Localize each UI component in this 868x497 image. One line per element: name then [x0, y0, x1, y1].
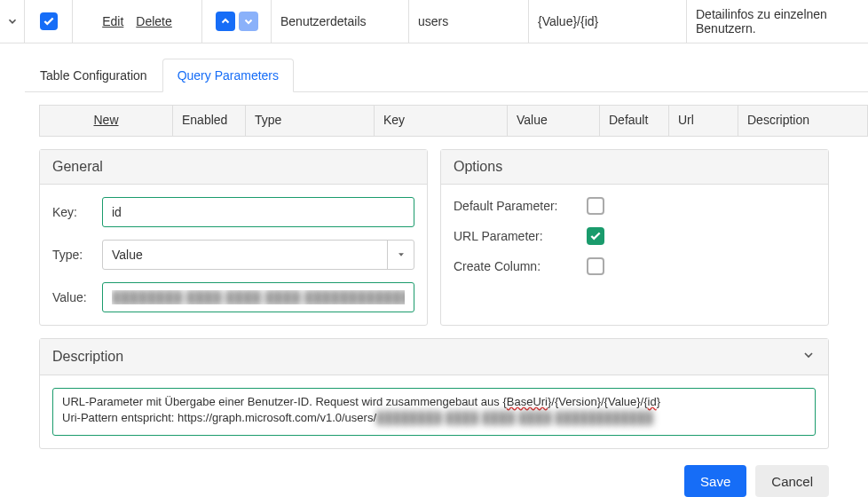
description-panel-body: URL-Parameter mit Übergabe einer Benutze… — [40, 375, 828, 448]
row-users: users — [418, 14, 448, 28]
save-button[interactable]: Save — [684, 465, 746, 497]
create-column-checkbox[interactable] — [587, 257, 604, 275]
caret-down-icon — [387, 241, 414, 269]
create-column-row: Create Column: — [454, 257, 816, 275]
options-panel-header: Options — [441, 150, 828, 185]
row-checkbox-cell — [25, 0, 73, 43]
row-title-cell: Benutzerdetails — [272, 0, 409, 43]
general-panel: General Key: Type: Value Value: — [39, 149, 428, 326]
create-column-label: Create Column: — [454, 259, 587, 273]
th-url: Url — [669, 106, 738, 136]
description-panel-header[interactable]: Description — [40, 339, 828, 375]
general-panel-header: General — [40, 150, 427, 185]
expand-toggle[interactable] — [0, 0, 25, 43]
row-title: Benutzerdetails — [280, 14, 367, 28]
row-pattern-cell: {Value}/{id} — [529, 0, 687, 43]
key-row: Key: — [52, 197, 414, 227]
row-pattern: {Value}/{id} — [538, 14, 598, 28]
edit-link[interactable]: Edit — [102, 14, 123, 28]
th-enabled: Enabled — [173, 106, 246, 136]
tabs: Table Configuration Query Parameters — [25, 58, 868, 92]
delete-link[interactable]: Delete — [136, 14, 171, 28]
key-input[interactable] — [102, 197, 414, 227]
value-label: Value: — [52, 290, 102, 304]
type-select[interactable]: Value — [102, 240, 414, 270]
params-table-header: New Enabled Type Key Value Default Url D… — [39, 105, 868, 137]
row-desc-cell: Detailinfos zu einzelnen Benutzern. — [687, 0, 868, 43]
options-panel: Options Default Parameter: URL Parameter… — [440, 149, 829, 326]
footer-buttons: Save Cancel — [0, 465, 829, 497]
reorder-cell — [202, 0, 272, 43]
tab-query-parameters[interactable]: Query Parameters — [162, 59, 294, 92]
content-area: General Key: Type: Value Value: — [39, 149, 829, 449]
th-description: Description — [738, 106, 867, 136]
description-title: Description — [52, 349, 123, 365]
key-label: Key: — [52, 205, 102, 219]
th-default: Default — [600, 106, 669, 136]
description-textarea[interactable]: URL-Parameter mit Übergabe einer Benutze… — [52, 388, 816, 436]
type-select-value: Value — [103, 248, 387, 262]
panels-row: General Key: Type: Value Value: — [39, 149, 829, 326]
default-param-row: Default Parameter: — [454, 197, 816, 215]
type-row: Type: Value — [52, 240, 414, 270]
th-type: Type — [246, 106, 375, 136]
move-up-button[interactable] — [216, 12, 235, 31]
default-param-checkbox[interactable] — [587, 197, 604, 215]
tab-table-configuration[interactable]: Table Configuration — [25, 59, 162, 92]
row-checkbox[interactable] — [40, 12, 58, 30]
options-panel-body: Default Parameter: URL Parameter: Create… — [441, 185, 828, 288]
th-new[interactable]: New — [40, 106, 173, 136]
cancel-button[interactable]: Cancel — [755, 465, 829, 497]
value-row: Value: — [52, 282, 414, 312]
general-panel-body: Key: Type: Value Value: — [40, 185, 427, 325]
move-down-button[interactable] — [239, 12, 258, 31]
svg-marker-0 — [398, 253, 404, 256]
value-input[interactable] — [102, 282, 414, 312]
url-param-checkbox[interactable] — [587, 227, 604, 245]
type-label: Type: — [52, 248, 102, 262]
th-value: Value — [508, 106, 600, 136]
row-users-cell: users — [409, 0, 529, 43]
default-param-label: Default Parameter: — [454, 199, 587, 213]
description-panel: Description URL-Parameter mit Übergabe e… — [39, 338, 829, 449]
row-actions: Edit Delete — [73, 0, 202, 43]
row-desc: Detailinfos zu einzelnen Benutzern. — [696, 7, 859, 36]
th-key: Key — [375, 106, 508, 136]
url-param-row: URL Parameter: — [454, 227, 816, 245]
top-row: Edit Delete Benutzerdetails users {Value… — [0, 0, 868, 43]
chevron-down-icon — [801, 348, 816, 366]
chevron-down-icon — [6, 15, 19, 28]
url-param-label: URL Parameter: — [454, 229, 587, 243]
